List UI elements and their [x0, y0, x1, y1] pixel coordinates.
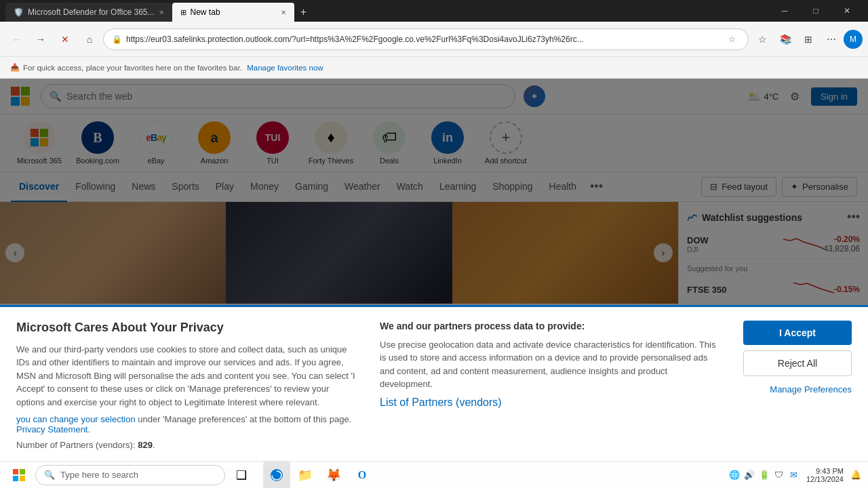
task-view-icon: ❑ [236, 468, 247, 483]
toolbar-icons: ☆ 📚 ⊞ ⋯ M [751, 28, 863, 50]
extensions-button[interactable]: M [844, 30, 863, 49]
manage-favorites-link[interactable]: Manage favorites now [247, 64, 323, 72]
tray-defender-icon[interactable]: 🛡 [772, 468, 786, 482]
tab-close-newtab[interactable]: ✕ [281, 9, 286, 16]
svg-rect-9 [20, 469, 25, 474]
collections-button[interactable]: 📚 [774, 28, 796, 50]
system-tray: 🌐 🔊 🔋 🛡 ✉ [728, 468, 801, 482]
privacy-middle-heading: We and our partners process data to prov… [380, 321, 722, 331]
taskbar: 🔍 Type here to search ❑ 📁 🦊 Ο 🌐 🔊 🔋 🛡 ✉ … [0, 461, 868, 488]
taskbar-right-area: 🌐 🔊 🔋 🛡 ✉ 9:43 PM 12/13/2024 🔔 [728, 467, 863, 483]
partner-count-text: Number of Partners (vendors): 829. [16, 440, 358, 450]
back-button[interactable]: ← [5, 28, 27, 50]
change-selection-link[interactable]: you can change your selection [16, 414, 136, 424]
split-screen-button[interactable]: ⊞ [797, 28, 819, 50]
taskbar-outlook-icon[interactable]: Ο [349, 462, 376, 489]
privacy-title: Microsoft Cares About Your Privacy [16, 321, 358, 335]
address-bar: ← → ✕ ⌂ 🔒 https://eur03.safelinks.protec… [0, 22, 868, 57]
tab-close-defender[interactable]: ✕ [159, 9, 164, 16]
settings-menu-button[interactable]: ⋯ [821, 28, 842, 50]
tab-bar: 🛡️ Microsoft Defender for Office 365... … [5, 0, 313, 22]
tray-volume-icon[interactable]: 🔊 [743, 468, 756, 482]
privacy-overlay: Microsoft Cares About Your Privacy We an… [0, 79, 868, 466]
edge-browser-icon [270, 468, 283, 482]
privacy-left-text: We and our third-party vendors use cooki… [16, 343, 358, 409]
privacy-statement-link[interactable]: Privacy Statement [16, 424, 88, 434]
window-controls: ─ □ ✕ [769, 0, 863, 22]
privacy-right-panel: I Accept Reject All Manage Preferences [743, 321, 852, 397]
privacy-left-panel: Microsoft Cares About Your Privacy We an… [16, 321, 358, 451]
address-box[interactable]: 🔒 https://eur03.safelinks.protection.out… [103, 28, 749, 50]
reject-button[interactable]: Reject All [743, 350, 852, 376]
task-view-button[interactable]: ❑ [228, 462, 255, 489]
tab-defender[interactable]: 🛡️ Microsoft Defender for Office 365... … [5, 3, 172, 22]
taskbar-search-icon: 🔍 [44, 470, 55, 480]
manage-preferences-button[interactable]: Manage Preferences [743, 382, 852, 397]
partner-count-value: 829 [138, 440, 153, 450]
close-button[interactable]: ✕ [831, 0, 863, 22]
privacy-modal: Microsoft Cares About Your Privacy We an… [0, 305, 868, 467]
favorites-button[interactable]: ☆ [751, 28, 773, 50]
url-text: https://eur03.safelinks.protection.outlo… [126, 35, 719, 44]
accept-button[interactable]: I Accept [743, 321, 852, 345]
tab-favicon-defender: 🛡️ [14, 7, 24, 17]
system-clock[interactable]: 9:43 PM 12/13/2024 [806, 467, 844, 483]
svg-rect-8 [13, 469, 18, 474]
outlook-app-icon: Ο [358, 469, 366, 481]
privacy-partners-text: you can change your selection under 'Man… [16, 414, 358, 434]
title-bar: 🛡️ Microsoft Defender for Office 365... … [0, 0, 868, 22]
taskbar-firefox-icon[interactable]: 🦊 [320, 462, 347, 489]
forward-button[interactable]: → [30, 28, 52, 50]
taskbar-edge-icon[interactable] [263, 462, 290, 489]
privacy-mid-text: Use precise geolocation data and activat… [380, 338, 722, 391]
lock-icon: 🔒 [112, 35, 122, 44]
taskbar-app-icons: 📁 🦊 Ο [263, 462, 376, 489]
svg-rect-11 [20, 476, 25, 481]
list-of-partners-link[interactable]: List of Partners (vendors) [380, 396, 722, 409]
privacy-middle-panel: We and our partners process data to prov… [380, 321, 722, 409]
taskbar-file-explorer-icon[interactable]: 📁 [292, 462, 319, 489]
start-icon [13, 469, 25, 481]
tab-label-defender: Microsoft Defender for Office 365... [28, 7, 155, 17]
maximize-button[interactable]: □ [800, 0, 831, 22]
tab-newtab[interactable]: ⊞ New tab ✕ [172, 3, 294, 22]
tray-battery-icon[interactable]: 🔋 [757, 468, 771, 482]
favorites-notice: For quick access, place your favorites h… [23, 64, 242, 72]
home-button[interactable]: ⌂ [79, 28, 100, 50]
taskbar-search-placeholder: Type here to search [60, 470, 138, 480]
address-action-icons: ☆ [724, 31, 740, 47]
tab-favicon-newtab: ⊞ [180, 8, 186, 17]
minimize-button[interactable]: ─ [769, 0, 800, 22]
start-button[interactable] [5, 464, 33, 486]
taskbar-search-box[interactable]: 🔍 Type here to search [35, 465, 225, 485]
favorites-bar: 📥 For quick access, place your favorites… [0, 57, 868, 79]
import-favorites-icon[interactable]: 📥 [8, 61, 22, 75]
clock-date: 12/13/2024 [806, 475, 844, 483]
tray-network-icon[interactable]: 🌐 [728, 468, 741, 482]
clock-time: 9:43 PM [816, 467, 844, 475]
notification-button[interactable]: 🔔 [849, 468, 863, 482]
svg-rect-10 [13, 476, 18, 481]
add-to-favorites-icon[interactable]: ☆ [724, 31, 740, 47]
refresh-button[interactable]: ✕ [54, 28, 76, 50]
tab-label-newtab: New tab [191, 7, 220, 17]
tray-outlook-icon[interactable]: ✉ [787, 468, 801, 482]
new-tab-button[interactable]: + [294, 3, 313, 22]
